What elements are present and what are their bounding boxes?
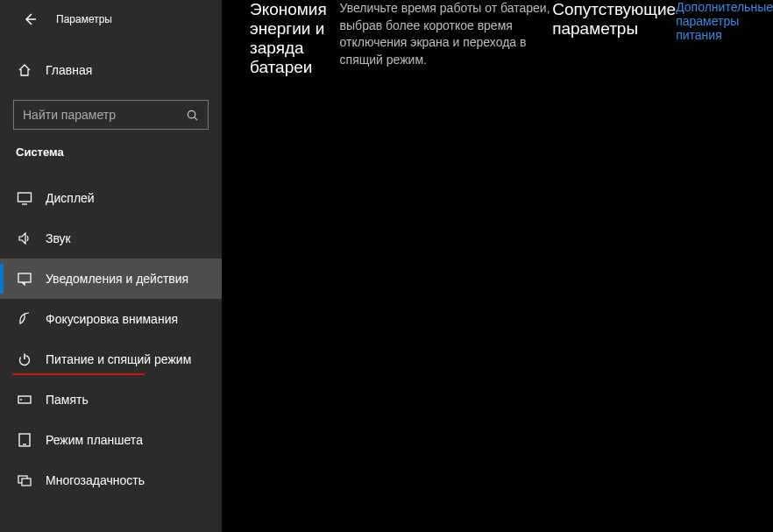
sidebar-item-label: Дисплей: [46, 191, 95, 205]
tablet-icon: [16, 431, 33, 449]
sidebar-item-focus[interactable]: Фокусировка внимания: [0, 299, 222, 339]
sidebar-home[interactable]: Главная: [0, 53, 222, 88]
svg-rect-3: [18, 193, 32, 202]
red-underline-annotation: [12, 373, 145, 375]
sidebar-item-power[interactable]: Питание и спящий режим: [0, 339, 222, 379]
sidebar-item-display[interactable]: Дисплей: [0, 178, 222, 218]
search-box[interactable]: [13, 100, 209, 130]
sidebar-item-label: Многозадачность: [46, 473, 145, 487]
sidebar-item-sound[interactable]: Звук: [0, 218, 222, 259]
sidebar-item-label: Звук: [46, 231, 71, 245]
section-related-heading: Сопутствующие параметры: [552, 0, 676, 523]
back-button[interactable]: [16, 5, 44, 33]
sidebar-item-label: Режим планшета: [46, 433, 143, 447]
svg-rect-5: [18, 273, 31, 282]
sidebar-nav: Дисплей Звук Уведомления и действия Фоку…: [0, 178, 222, 500]
sidebar-item-notifications[interactable]: Уведомления и действия: [0, 259, 222, 299]
sidebar-item-label: Уведомления и действия: [46, 272, 188, 286]
display-icon: [16, 189, 33, 207]
sidebar-group-header: Система: [0, 130, 222, 164]
search-row: [13, 100, 209, 130]
sidebar-item-multitasking[interactable]: Многозадачность: [0, 460, 222, 500]
sidebar-item-tablet[interactable]: Режим планшета: [0, 420, 222, 460]
power-icon: [16, 351, 33, 368]
arrow-left-icon: [23, 12, 37, 26]
sidebar-item-storage[interactable]: Память: [0, 379, 222, 420]
notifications-icon: [16, 270, 33, 287]
main-panel: Питание и спящий режим Экран При питании…: [222, 0, 250, 532]
focus-icon: [16, 310, 33, 328]
sidebar-item-label: Фокусировка внимания: [46, 312, 178, 326]
sound-icon: [16, 230, 33, 247]
sidebar: Параметры Главная Система Дисплей Звук: [0, 0, 222, 532]
sidebar-item-label: Память: [46, 393, 89, 407]
multitasking-icon: [16, 472, 33, 489]
search-input[interactable]: [14, 108, 176, 122]
sidebar-item-label: Питание и спящий режим: [46, 352, 191, 366]
svg-point-10: [20, 399, 22, 401]
home-icon: [16, 63, 33, 77]
sidebar-home-label: Главная: [46, 63, 92, 77]
svg-rect-14: [22, 479, 31, 486]
search-icon: [176, 109, 208, 122]
svg-line-6: [25, 313, 29, 314]
section-battery-heading: Экономия энергии и заряда батареи: [250, 0, 340, 520]
svg-line-2: [194, 117, 196, 119]
svg-point-1: [188, 110, 195, 117]
storage-icon: [16, 391, 33, 408]
battery-body-text: Увеличьте время работы от батареи, выбра…: [340, 0, 553, 506]
window-titlebar: Параметры: [0, 4, 222, 35]
related-link-power-options[interactable]: Дополнительные параметры питания: [676, 0, 773, 532]
window-title: Параметры: [56, 13, 112, 25]
